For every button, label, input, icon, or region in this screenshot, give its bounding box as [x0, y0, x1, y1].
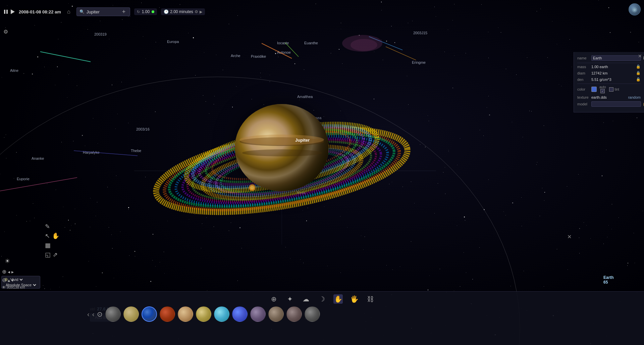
planet-ball-saturn[interactable]: [178, 306, 193, 322]
nav-arrow-right[interactable]: ▸: [11, 269, 14, 275]
name-label: name: [577, 56, 590, 60]
color-swatch[interactable]: [591, 87, 597, 92]
auto-checkbox[interactable]: [600, 89, 605, 93]
planet-ball-moon1[interactable]: [105, 306, 121, 322]
planet-selector: ‹ ‹ ⊙: [0, 304, 644, 325]
clock-icon: 🕐: [164, 9, 169, 14]
model-input[interactable]: [591, 101, 641, 107]
planet-nav-left[interactable]: ‹: [87, 310, 90, 318]
right-vertical-tools: ✎ ↖ ✋ ▦ ◱ ⇗: [44, 221, 644, 289]
panel-dismiss-button[interactable]: ✕: [565, 232, 574, 242]
tool-moon-phase-icon[interactable]: ☽: [317, 294, 327, 304]
pause-button[interactable]: [4, 9, 9, 14]
nav-arrow-left[interactable]: ◂: [8, 269, 10, 275]
panel-separator: [577, 63, 641, 63]
random-button[interactable]: random: [628, 95, 641, 99]
right-panel: ✕ name ℹ 🔍 mass 1.00 earth 🔒 diam 12742 …: [574, 52, 644, 112]
select-icon[interactable]: ◱: [45, 251, 51, 258]
search-icon: 🔍: [79, 9, 85, 14]
tool-hand-icon[interactable]: ✋: [333, 294, 343, 304]
planet-target-icon[interactable]: ⊙: [97, 310, 103, 318]
speed-loop-icon: ↻: [137, 10, 140, 14]
diam-label: diam: [577, 71, 590, 75]
play-button[interactable]: [11, 9, 15, 14]
info-icon[interactable]: ℹ: [642, 56, 644, 60]
model-label: model: [577, 102, 590, 106]
color-label: color: [577, 87, 590, 91]
timestep-arrow-icon[interactable]: ▶: [200, 10, 202, 14]
mass-lock-icon[interactable]: 🔒: [636, 64, 641, 69]
tool-star-icon[interactable]: ✦: [285, 294, 294, 304]
planet-ball-grey1[interactable]: [250, 306, 266, 322]
zoom-level-display: 👁 909138 km: [2, 285, 25, 289]
share-icon[interactable]: ⇗: [53, 251, 58, 258]
panel-close-button[interactable]: ✕: [638, 53, 642, 59]
play-controls: [4, 9, 15, 14]
zoom-plus-icon[interactable]: ⊕: [2, 268, 6, 275]
zoom-minus-icon[interactable]: ⊖: [2, 277, 6, 283]
add-button[interactable]: +: [122, 9, 126, 15]
bar-chart-icon[interactable]: ▦: [45, 242, 51, 249]
planet-ball-blue[interactable]: [232, 306, 248, 322]
model-folder-icon[interactable]: 📁: [642, 102, 644, 106]
planet-ball-earth[interactable]: [142, 306, 157, 322]
jupiter-space-label: Jupiter Earth 65: [295, 138, 310, 143]
pencil-icon[interactable]: ✎: [45, 223, 50, 230]
tool-link-icon[interactable]: ⛓: [366, 294, 375, 304]
planet-ball-grey3[interactable]: [286, 306, 302, 322]
speed-indicator: [152, 10, 154, 13]
tool-open-hand-icon[interactable]: 🖐: [350, 294, 359, 304]
planet-ball-mars[interactable]: [160, 306, 175, 322]
nav-arrow-down[interactable]: ▾: [11, 278, 14, 283]
sun-icon-button[interactable]: ☀: [2, 256, 13, 266]
jupiter-planet[interactable]: [235, 104, 329, 191]
speed-controls: ↻ 1.00: [134, 8, 157, 15]
planet-ball-grey4[interactable]: [305, 306, 320, 322]
name-input[interactable]: [591, 55, 641, 61]
tint-label: tint: [614, 88, 619, 91]
tool-cloud-icon[interactable]: ☁: [301, 294, 311, 304]
datetime-display: 2008-01-08 08:22 am: [19, 9, 61, 14]
mass-label: mass: [577, 65, 590, 69]
time-step-control: 🕐 2.00 minutes ⚙ ▶: [161, 8, 205, 15]
home-button[interactable]: ⌂: [65, 8, 72, 15]
planet-ball-venus[interactable]: [196, 306, 211, 322]
den-label: den: [577, 78, 590, 82]
diam-lock-icon[interactable]: 🔒: [636, 71, 641, 75]
pan-icon[interactable]: ✋: [52, 232, 59, 240]
planet-ball-sand[interactable]: [123, 306, 139, 322]
tint-checkbox[interactable]: [609, 87, 613, 92]
den-value: 5.51 g/cm^3: [591, 78, 635, 82]
bottom-toolbar: ⊕ ✦ ☁ ☽ ✋ 🖐 ⛓ ‹ ‹ ⊙: [0, 291, 644, 345]
den-lock-icon[interactable]: 🔒: [636, 77, 641, 82]
cursor-icon[interactable]: ↖: [45, 232, 50, 240]
toolbar-icon-row: ⊕ ✦ ☁ ☽ ✋ 🖐 ⛓: [0, 292, 644, 304]
planet-nav-left2[interactable]: ‹: [92, 310, 95, 318]
texture-label: texture: [577, 95, 590, 99]
panel-separator-2: [577, 84, 641, 84]
planet-ball-grey2[interactable]: [268, 306, 284, 322]
settings-button[interactable]: ⚙: [3, 29, 8, 35]
top-bar: 2008-01-08 08:22 am ⌂ 🔍 + ↻ 1.00 🕐 2.00 …: [0, 0, 644, 23]
speed-value: 1.00: [142, 9, 150, 14]
mass-value: 1.00 earth: [591, 65, 635, 69]
diam-value: 12742 km: [591, 71, 635, 75]
search-input[interactable]: [87, 9, 120, 14]
texture-value: earth.dds: [591, 95, 626, 99]
nav-arrow-up[interactable]: ▴: [8, 278, 10, 283]
timestep-value: 2.00 minutes: [170, 9, 193, 14]
planet-ball-cyan[interactable]: [214, 306, 229, 322]
search-bar[interactable]: 🔍 +: [76, 7, 130, 16]
auto-label: auto: [599, 85, 606, 89]
tool-vortex-icon[interactable]: ⊕: [269, 294, 278, 304]
timestep-settings-icon[interactable]: ⚙: [195, 9, 198, 14]
